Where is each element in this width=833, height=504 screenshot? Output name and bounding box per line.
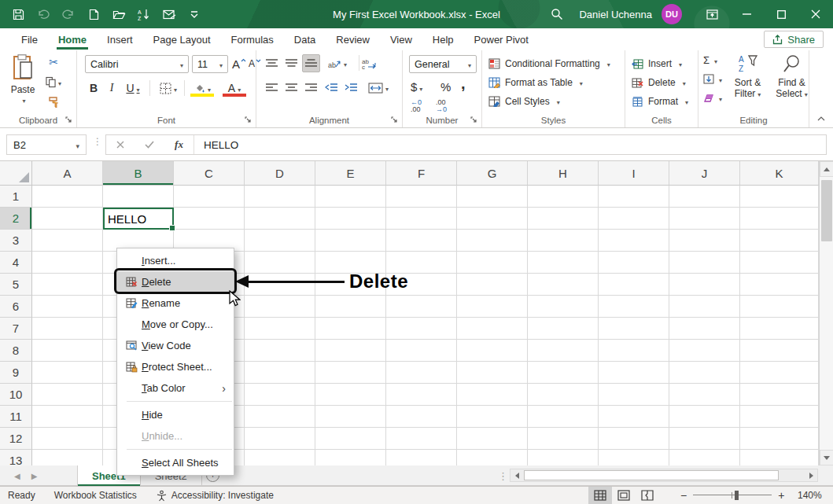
cell-h6[interactable] [528, 296, 599, 318]
tab-home[interactable]: Home [48, 28, 97, 50]
share-button[interactable]: Share [764, 31, 824, 48]
cell-g9[interactable] [457, 362, 528, 384]
cell-j1[interactable] [669, 186, 740, 208]
center-button[interactable] [282, 79, 300, 97]
cell-e12[interactable] [315, 428, 386, 450]
top-align-button[interactable] [263, 54, 281, 72]
cell-g8[interactable] [457, 340, 528, 362]
zoom-in-button[interactable]: + [778, 489, 784, 502]
format-cells-button[interactable]: Format [632, 93, 688, 110]
cell-k13[interactable] [740, 450, 819, 465]
cut-button[interactable] [46, 55, 61, 69]
cell-k5[interactable] [740, 274, 819, 296]
tab-formulas[interactable]: Formulas [221, 28, 284, 50]
scroll-down-button[interactable] [820, 450, 833, 465]
menu-item-rename[interactable]: Rename [117, 292, 234, 314]
cell-g11[interactable] [457, 406, 528, 428]
column-header-c[interactable]: C [174, 161, 245, 186]
cell-k2[interactable] [740, 208, 819, 230]
menu-item-move-or-copy[interactable]: Move or Copy... [117, 314, 234, 335]
cell-g13[interactable] [457, 450, 528, 465]
cell-g7[interactable] [457, 318, 528, 340]
sort-filter-button[interactable]: AZ Sort &Filter [727, 53, 768, 113]
column-header-k[interactable]: K [740, 161, 819, 186]
save-icon[interactable] [11, 7, 25, 21]
font-name-combo[interactable]: Calibri [85, 55, 189, 73]
cell-i7[interactable] [599, 318, 669, 340]
column-header-j[interactable]: J [669, 161, 740, 186]
row-header-12[interactable]: 12 [0, 428, 32, 450]
cell-f3[interactable] [386, 230, 457, 252]
menu-item-delete[interactable]: Delete [117, 271, 234, 292]
cell-i4[interactable] [599, 252, 669, 274]
collapse-ribbon-button[interactable] [816, 113, 827, 124]
cell-f2[interactable] [386, 208, 457, 230]
cell-h3[interactable] [528, 230, 599, 252]
cell-h5[interactable] [528, 274, 599, 296]
borders-button[interactable] [156, 79, 181, 97]
fill-color-button[interactable] [189, 79, 216, 97]
formula-input-area[interactable]: fx HELLO [105, 134, 827, 155]
cell-h7[interactable] [528, 318, 599, 340]
cell-i5[interactable] [599, 274, 669, 296]
cell-e1[interactable] [315, 186, 386, 208]
page-break-preview-button[interactable] [636, 487, 659, 504]
cell-g6[interactable] [457, 296, 528, 318]
delete-cells-button[interactable]: Delete [632, 74, 686, 91]
underline-button[interactable]: U [123, 79, 143, 97]
cell-g2[interactable] [457, 208, 528, 230]
tab-view[interactable]: View [380, 28, 422, 50]
cell-d4[interactable] [245, 252, 315, 274]
row-header-6[interactable]: 6 [0, 296, 32, 318]
cell-a10[interactable] [32, 384, 103, 406]
cell-d13[interactable] [245, 450, 315, 465]
cell-i2[interactable] [599, 208, 669, 230]
cell-h10[interactable] [528, 384, 599, 406]
decrease-decimal-button[interactable]: .00→0 [436, 99, 447, 113]
row-header-9[interactable]: 9 [0, 362, 32, 384]
tab-help[interactable]: Help [422, 28, 464, 50]
tab-power-pivot[interactable]: Power Pivot [464, 28, 539, 50]
row-header-5[interactable]: 5 [0, 274, 32, 296]
cell-h1[interactable] [528, 186, 599, 208]
cell-k8[interactable] [740, 340, 819, 362]
cell-g10[interactable] [457, 384, 528, 406]
increase-decimal-button[interactable]: ←0.00 [411, 99, 422, 113]
cell-k1[interactable] [740, 186, 819, 208]
cell-f6[interactable] [386, 296, 457, 318]
row-header-11[interactable]: 11 [0, 406, 32, 428]
open-icon[interactable] [112, 7, 126, 21]
menu-item-protect-sheet[interactable]: Protect Sheet... [117, 356, 234, 377]
format-as-table-button[interactable]: Format as Table [488, 74, 583, 91]
search-icon[interactable] [541, 0, 573, 28]
cell-e3[interactable] [315, 230, 386, 252]
cell-d2[interactable] [245, 208, 315, 230]
cell-k4[interactable] [740, 252, 819, 274]
cell-a3[interactable] [32, 230, 103, 252]
new-file-icon[interactable] [87, 7, 101, 21]
column-header-e[interactable]: E [315, 161, 386, 186]
row-header-13[interactable]: 13 [0, 450, 32, 465]
autosum-button[interactable]: Σ [703, 54, 717, 66]
cell-a6[interactable] [32, 296, 103, 318]
wrap-text-button[interactable]: abc [357, 54, 381, 72]
cell-a2[interactable] [32, 208, 103, 230]
comma-style-button[interactable]: , [461, 74, 466, 93]
insert-function-button[interactable]: fx [175, 138, 183, 151]
column-header-g[interactable]: G [457, 161, 528, 186]
fill-button[interactable] [703, 73, 722, 85]
cell-e9[interactable] [315, 362, 386, 384]
cell-b1[interactable] [103, 186, 174, 208]
menu-item-select-all-sheets[interactable]: Select All Sheets [117, 452, 234, 473]
insert-cells-button[interactable]: Insert [632, 55, 682, 72]
cell-k11[interactable] [740, 406, 819, 428]
cell-j5[interactable] [669, 274, 740, 296]
menu-item-unhide[interactable]: Unhide... [117, 425, 234, 447]
undo-icon[interactable] [36, 7, 50, 21]
zoom-level[interactable]: 140% [798, 487, 822, 504]
cell-k9[interactable] [740, 362, 819, 384]
previous-sheet-icon[interactable] [14, 472, 20, 480]
cell-a11[interactable] [32, 406, 103, 428]
menu-item-hide[interactable]: Hide [117, 404, 234, 425]
cell-d7[interactable] [245, 318, 315, 340]
